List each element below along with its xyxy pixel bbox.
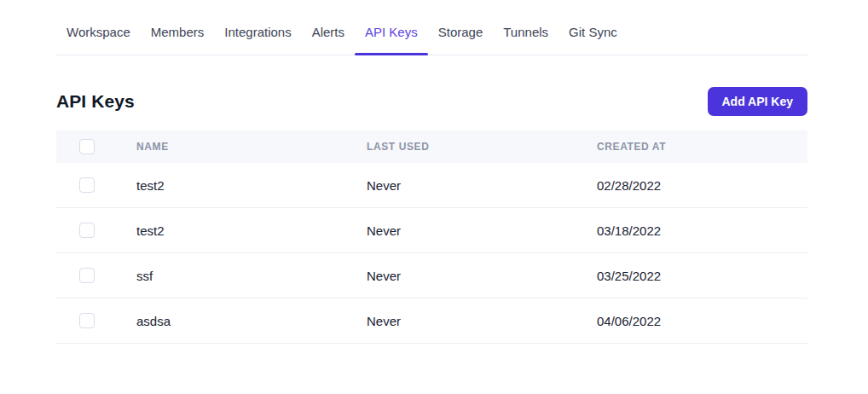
tab-label: Tunnels xyxy=(503,25,548,39)
row-checkbox[interactable] xyxy=(79,268,95,283)
tab-api-keys[interactable]: API Keys xyxy=(355,17,428,55)
column-header-name: Name xyxy=(136,141,367,153)
table-header-checkbox-cell xyxy=(56,139,136,154)
tab-alerts[interactable]: Alerts xyxy=(302,17,355,55)
tab-members[interactable]: Members xyxy=(141,17,215,55)
settings-tabbar: WorkspaceMembersIntegrationsAlertsAPI Ke… xyxy=(56,17,807,55)
cell-name: test2 xyxy=(136,178,367,193)
tab-storage[interactable]: Storage xyxy=(428,17,494,55)
tab-label: Git Sync xyxy=(569,25,617,39)
tab-label: Workspace xyxy=(67,25,130,39)
tab-label: Integrations xyxy=(224,25,291,39)
row-checkbox[interactable] xyxy=(79,177,95,193)
api-keys-table: Name Last Used Created At test2 Never 02… xyxy=(56,130,807,344)
table-row[interactable]: asdsa Never 04/06/2022 xyxy=(56,298,807,344)
row-checkbox[interactable] xyxy=(79,313,95,328)
cell-created-at: 03/18/2022 xyxy=(597,223,807,238)
select-all-checkbox[interactable] xyxy=(79,139,95,154)
tab-label: Storage xyxy=(438,25,483,39)
table-row[interactable]: test2 Never 03/18/2022 xyxy=(56,208,807,253)
cell-created-at: 02/28/2022 xyxy=(597,178,807,193)
row-checkbox-cell xyxy=(56,223,136,238)
cell-name: ssf xyxy=(136,269,367,283)
cell-created-at: 03/25/2022 xyxy=(597,269,807,283)
column-header-created-at: Created At xyxy=(597,141,807,153)
cell-name: asdsa xyxy=(136,314,367,328)
table-row[interactable]: test2 Never 02/28/2022 xyxy=(56,163,807,208)
add-api-key-button[interactable]: Add API Key xyxy=(708,87,808,116)
row-checkbox[interactable] xyxy=(79,223,95,238)
cell-last-used: Never xyxy=(367,178,597,193)
section-header: API Keys Add API Key xyxy=(56,87,807,116)
tab-tunnels[interactable]: Tunnels xyxy=(493,17,558,55)
cell-last-used: Never xyxy=(367,314,597,328)
tab-integrations[interactable]: Integrations xyxy=(214,17,301,55)
tab-label: API Keys xyxy=(365,25,418,39)
column-header-last-used: Last Used xyxy=(367,141,597,153)
tab-workspace[interactable]: Workspace xyxy=(56,17,141,55)
page-title: API Keys xyxy=(56,91,135,112)
cell-last-used: Never xyxy=(367,223,597,238)
cell-name: test2 xyxy=(136,223,367,238)
table-body: test2 Never 02/28/2022 test2 Never 03/18… xyxy=(56,163,807,344)
tab-git-sync[interactable]: Git Sync xyxy=(558,17,628,55)
table-header-row: Name Last Used Created At xyxy=(56,130,807,163)
row-checkbox-cell xyxy=(56,268,136,283)
table-row[interactable]: ssf Never 03/25/2022 xyxy=(56,253,807,298)
cell-created-at: 04/06/2022 xyxy=(597,314,807,328)
row-checkbox-cell xyxy=(56,313,136,328)
cell-last-used: Never xyxy=(367,269,597,283)
settings-page: WorkspaceMembersIntegrationsAlertsAPI Ke… xyxy=(56,0,807,344)
row-checkbox-cell xyxy=(56,177,136,193)
tab-label: Alerts xyxy=(312,25,344,39)
tab-label: Members xyxy=(151,25,205,39)
